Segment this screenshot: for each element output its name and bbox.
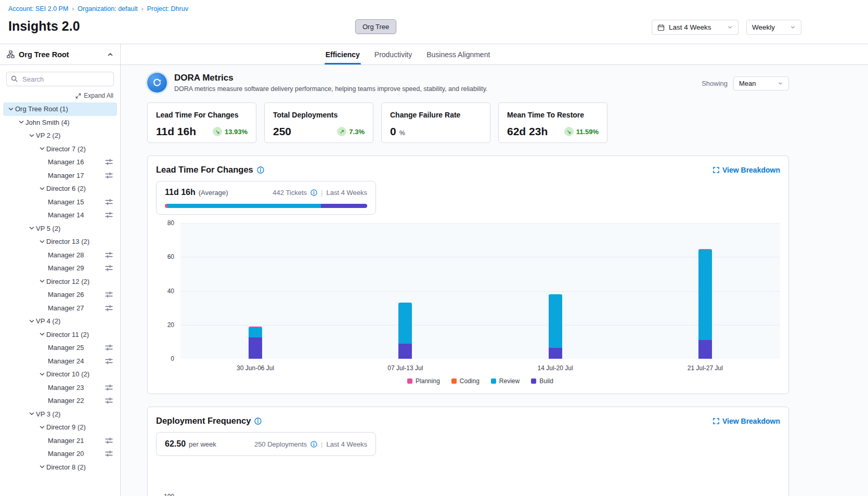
tree-item[interactable]: Manager 24 xyxy=(3,355,117,368)
filter-icon[interactable] xyxy=(105,159,113,165)
chevron-down-icon[interactable] xyxy=(27,133,36,139)
chevron-down-icon[interactable] xyxy=(6,106,15,112)
legend-item-review[interactable]: Review xyxy=(491,377,520,385)
chevron-down-icon[interactable] xyxy=(37,371,46,377)
breadcrumb-link[interactable]: Account: SEI 2.0 PM xyxy=(8,5,68,12)
tree-item[interactable]: Director 7 (2) xyxy=(3,142,117,156)
collapse-sidebar-button[interactable] xyxy=(107,51,113,58)
chevron-down-icon[interactable] xyxy=(27,411,36,417)
chevron-down-icon[interactable] xyxy=(37,146,46,152)
bar-segment-review[interactable] xyxy=(549,294,562,348)
filter-icon[interactable] xyxy=(105,384,113,391)
tree-item[interactable]: Manager 28 xyxy=(3,249,117,262)
tree-item[interactable]: Manager 14 xyxy=(3,208,117,222)
tree-item[interactable]: Director 6 (2) xyxy=(3,182,117,195)
bar-segment-review[interactable] xyxy=(398,303,412,343)
view-breakdown-button[interactable]: View Breakdown xyxy=(713,166,780,174)
view-breakdown-button[interactable]: View Breakdown xyxy=(713,417,780,425)
tree-item[interactable]: VP 2 (2) xyxy=(3,129,117,142)
date-range-select[interactable]: Last 4 Weeks xyxy=(652,20,739,35)
lead-time-chart: 020406080 30 Jun-06 Jul07 Jul-13 Jul14 J… xyxy=(156,223,780,385)
tree-item[interactable]: Manager 26 xyxy=(3,288,117,302)
filter-icon[interactable] xyxy=(105,252,113,258)
tree-item[interactable]: Manager 17 xyxy=(3,169,117,182)
tab-business-alignment[interactable]: Business Alignment xyxy=(425,44,491,64)
org-tree-toggle-button[interactable]: Org Tree xyxy=(355,19,396,34)
tree-item[interactable]: John Smith (4) xyxy=(3,116,117,129)
tree-item[interactable]: Manager 29 xyxy=(3,262,117,275)
filter-icon[interactable] xyxy=(105,344,113,351)
breadcrumb-separator: › xyxy=(141,5,144,12)
tree-item[interactable]: Manager 22 xyxy=(3,394,117,408)
filter-icon[interactable] xyxy=(105,305,113,311)
info-icon[interactable] xyxy=(257,166,264,174)
interval-select[interactable]: Weekly xyxy=(746,20,801,35)
legend-item-build[interactable]: Build xyxy=(531,377,553,385)
tree-item[interactable]: Manager 16 xyxy=(3,155,117,169)
chevron-down-icon[interactable] xyxy=(37,278,46,284)
info-icon[interactable] xyxy=(254,417,262,425)
tree-item[interactable]: Director 13 (2) xyxy=(3,235,117,249)
tree-item[interactable]: Manager 23 xyxy=(3,381,117,395)
chevron-down-icon[interactable] xyxy=(27,225,36,231)
bar-segment-planning[interactable] xyxy=(698,249,712,250)
chevron-down-icon[interactable] xyxy=(37,424,46,430)
chevron-down-icon[interactable] xyxy=(37,464,46,470)
bar-group[interactable] xyxy=(249,327,262,359)
tree-item[interactable]: Manager 21 xyxy=(3,434,117,448)
tree-item[interactable]: Director 8 (2) xyxy=(3,461,117,474)
tab-efficiency[interactable]: Efficiency xyxy=(325,44,361,64)
tree-item[interactable]: VP 3 (2) xyxy=(3,408,117,421)
bar-group[interactable] xyxy=(398,303,412,359)
legend-item-planning[interactable]: Planning xyxy=(407,377,440,385)
tree-item[interactable]: Director 10 (2) xyxy=(3,368,117,381)
tree-item[interactable]: Manager 15 xyxy=(3,195,117,209)
bar-segment-build[interactable] xyxy=(398,344,412,359)
filter-icon[interactable] xyxy=(105,265,113,271)
lead-time-average-qualifier: (Average) xyxy=(199,189,228,197)
tree-item[interactable]: Director 12 (2) xyxy=(3,275,117,289)
bar-segment-build[interactable] xyxy=(549,348,562,359)
breadcrumb-link[interactable]: Organization: default xyxy=(77,5,137,12)
tree-item[interactable]: Manager 27 xyxy=(3,302,117,315)
expand-all-button[interactable]: Expand All xyxy=(75,92,113,99)
filter-icon[interactable] xyxy=(105,397,113,404)
search-input[interactable] xyxy=(6,72,114,86)
filter-icon[interactable] xyxy=(105,291,113,298)
tree-item[interactable]: Manager 25 xyxy=(3,341,117,355)
bar-segment-review[interactable] xyxy=(249,328,262,338)
chevron-down-icon[interactable] xyxy=(37,331,46,337)
filter-icon[interactable] xyxy=(105,199,113,205)
bar-segment-planning[interactable] xyxy=(249,327,262,327)
info-icon[interactable] xyxy=(310,441,317,448)
chevron-down-icon[interactable] xyxy=(37,239,46,245)
filter-icon[interactable] xyxy=(105,212,113,218)
tree-item-label: Manager 20 xyxy=(48,450,84,458)
bar-segment-build[interactable] xyxy=(249,337,262,359)
tree-item[interactable]: Org Tree Root (1) xyxy=(3,102,117,116)
legend-item-coding[interactable]: Coding xyxy=(451,377,480,385)
chevron-down-icon[interactable] xyxy=(27,318,36,324)
tree-item[interactable]: VP 4 (2) xyxy=(3,315,117,328)
filter-icon[interactable] xyxy=(105,358,113,364)
bar-group[interactable] xyxy=(698,249,712,359)
tab-productivity[interactable]: Productivity xyxy=(373,44,413,64)
metric-card: Total Deployments250↗7.3% xyxy=(264,102,373,143)
bar-group[interactable] xyxy=(549,294,562,359)
bar-segment-review[interactable] xyxy=(698,250,712,340)
tree-item-label: Manager 16 xyxy=(48,158,84,166)
bar-segment-build[interactable] xyxy=(698,340,712,359)
tree-item[interactable]: Manager 20 xyxy=(3,447,117,461)
tree-item[interactable]: VP 5 (2) xyxy=(3,222,117,236)
tree-item[interactable]: Director 9 (2) xyxy=(3,421,117,434)
tree-item[interactable]: Director 11 (2) xyxy=(3,328,117,342)
breadcrumb-link[interactable]: Project: Dhruv xyxy=(147,5,188,12)
chevron-down-icon[interactable] xyxy=(37,186,46,192)
chevron-down-icon[interactable] xyxy=(17,119,25,125)
filter-icon[interactable] xyxy=(105,172,113,179)
date-range-value: Last 4 Weeks xyxy=(669,23,723,31)
filter-icon[interactable] xyxy=(105,437,113,444)
info-icon[interactable] xyxy=(310,189,317,196)
filter-icon[interactable] xyxy=(105,450,113,457)
showing-select[interactable]: Mean xyxy=(733,76,789,90)
